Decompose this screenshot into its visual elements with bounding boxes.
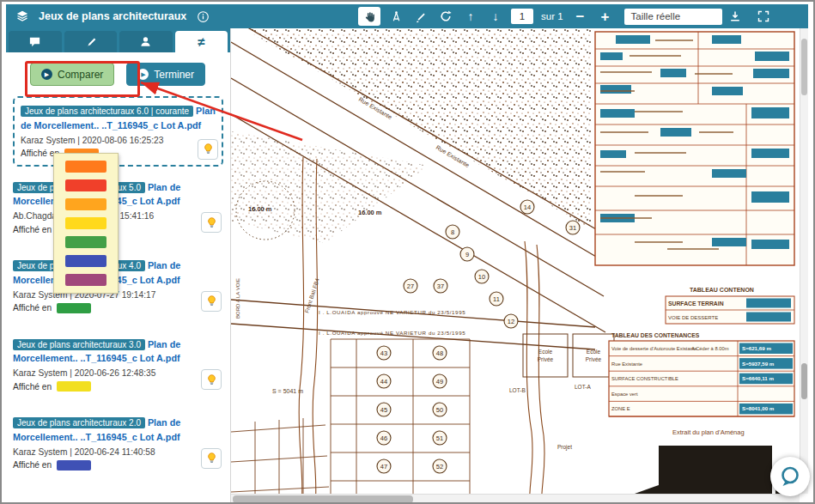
- tab-annotations[interactable]: [64, 31, 118, 52]
- parcel-number: 14: [524, 203, 531, 211]
- layers-icon[interactable]: [13, 7, 32, 26]
- vertical-scrollbar-thumb[interactable]: [801, 363, 807, 399]
- version-badge: Jeux de plans architecturaux 2.0: [13, 417, 145, 428]
- person-icon: [139, 35, 152, 48]
- compare-button[interactable]: ▶ Comparer: [30, 63, 114, 86]
- plan-viewer[interactable]: SURFACE TERRAIN VOIE DE DESSERTE TABLEAU…: [231, 28, 800, 494]
- dimension-label: 16.00 m: [358, 209, 382, 216]
- palette-color-swatch[interactable]: [65, 217, 106, 229]
- lightbulb-icon: [205, 295, 218, 307]
- header-left: Jeux de plans architecturaux: [13, 4, 212, 28]
- horizontal-scrollbar[interactable]: [231, 494, 800, 504]
- plot-label: Ecole: [587, 349, 601, 355]
- version-color-row: Affiché en: [13, 381, 223, 392]
- finish-button[interactable]: ▶ Terminer: [126, 63, 205, 86]
- palette-color-swatch[interactable]: [65, 236, 106, 248]
- pan-tool-button[interactable]: [358, 7, 380, 26]
- fullscreen-icon[interactable]: [754, 7, 773, 26]
- plan-document: SURFACE TERRAIN VOIE DE DESSERTE TABLEAU…: [231, 28, 800, 494]
- contenances-row-label: ZONE E: [611, 406, 630, 411]
- version-meta: Karaz System | 2020-06-24 11:40:58: [13, 447, 223, 457]
- zoom-out-button[interactable]: −: [571, 7, 590, 26]
- palette-color-swatch[interactable]: [65, 161, 106, 173]
- lightbulb-button[interactable]: [201, 212, 222, 233]
- street-label: BORD A LA VOIE: [235, 278, 240, 319]
- play-icon: ▶: [137, 69, 149, 80]
- zoom-in-button[interactable]: +: [596, 7, 615, 26]
- page-number-input[interactable]: 1: [511, 9, 533, 24]
- tab-compare[interactable]: ≠: [175, 31, 228, 52]
- refresh-icon[interactable]: [436, 7, 455, 26]
- tab-participants[interactable]: [119, 31, 173, 52]
- plot-label: Projet: [557, 444, 572, 451]
- parcel-number: 9: [465, 251, 469, 258]
- contenances-table: Voie de desserte d'Autoroute ExistanteA …: [609, 341, 794, 416]
- parcel-number: 46: [380, 434, 387, 442]
- version-color-swatch[interactable]: [57, 381, 91, 392]
- compare-actions: ▶ Comparer ▶ Terminer: [6, 52, 230, 93]
- palette-color-swatch[interactable]: [65, 198, 106, 210]
- table-label: VOIE DE DESSERTE: [668, 315, 718, 320]
- chat-fab-button[interactable]: [770, 457, 810, 496]
- contenances-row-value: S=6640,11 m: [742, 375, 774, 381]
- contenances-row-label: Rue Existante: [611, 361, 642, 367]
- chat-bubble-icon: [777, 464, 803, 489]
- parcel-number: 11: [493, 295, 500, 303]
- parcel-number: 47: [380, 463, 387, 471]
- horizontal-scrollbar-thumb[interactable]: [233, 495, 413, 503]
- parcel-number: 49: [436, 378, 443, 386]
- palette-color-swatch[interactable]: [65, 255, 106, 267]
- play-icon: ▶: [41, 69, 52, 80]
- info-icon[interactable]: [193, 7, 212, 26]
- parcel-number: 45: [380, 406, 387, 414]
- lightbulb-icon: [202, 143, 215, 155]
- pen-tool-button[interactable]: [411, 7, 430, 26]
- vertical-scrollbar-thumb[interactable]: [801, 39, 807, 95]
- lightbulb-button[interactable]: [198, 139, 218, 160]
- version-color-swatch[interactable]: [57, 303, 91, 313]
- palette-color-swatch[interactable]: [65, 179, 106, 191]
- parcel-number: 10: [478, 273, 485, 281]
- page-total-label: sur 1: [541, 11, 563, 21]
- parcel-number: 8: [451, 228, 454, 236]
- contenances-row-value: S=8041,00 m: [742, 405, 775, 411]
- plot-label: Privée: [538, 356, 554, 362]
- surface-terrain-table: SURFACE TERRAIN VOIE DE DESSERTE: [666, 296, 794, 324]
- table-title: TABLEAU DES CONTENANCES: [611, 332, 700, 338]
- version-meta: Karaz System | 2020-08-06 16:25:23: [21, 136, 216, 145]
- version-meta: Karaz System | 2020-06-26 12:48:35: [13, 368, 223, 378]
- parcel-number: 43: [380, 349, 387, 357]
- lightbulb-button[interactable]: [201, 448, 222, 469]
- lightbulb-icon: [205, 373, 218, 386]
- comment-icon: [28, 35, 41, 48]
- header-right: [726, 4, 773, 28]
- sidebar-tabs: ≠: [6, 28, 230, 52]
- road-label: I . L.OUAIDA approuvé NE VARIETUR du 23/…: [319, 309, 465, 315]
- contenances-row-label: SURFACE CONSTRUCTIBLE: [611, 376, 678, 381]
- finish-button-label: Terminer: [154, 69, 194, 81]
- app-header: Jeux de plans architecturaux ↑ ↓ 1 sur 1…: [6, 4, 808, 28]
- next-page-button[interactable]: ↓: [486, 7, 505, 26]
- version-color-swatch[interactable]: [57, 460, 91, 471]
- parcel-number: 51: [436, 434, 443, 442]
- compass-tool-button[interactable]: [386, 7, 405, 26]
- tab-comments[interactable]: [9, 31, 62, 52]
- lightbulb-button[interactable]: [201, 369, 222, 390]
- palette-color-swatch[interactable]: [65, 274, 106, 286]
- displayed-in-label: Affiché en: [13, 460, 52, 470]
- lightbulb-button[interactable]: [201, 291, 222, 312]
- download-icon[interactable]: [726, 7, 745, 26]
- parcel-number: 37: [437, 282, 444, 290]
- contenances-row-label: Voie de desserte d'Autoroute Existante: [611, 346, 697, 351]
- version-badge: Jeux de plans architecturaux 3.0: [13, 339, 145, 350]
- app-title: Jeux de plans architecturaux: [39, 10, 186, 22]
- previous-page-button[interactable]: ↑: [461, 7, 480, 26]
- contenances-row-label: Espace vert: [611, 392, 638, 397]
- version-item[interactable]: Jeux de plans architecturaux 3.0 Plan de…: [13, 337, 223, 392]
- vertical-scrollbar[interactable]: [800, 28, 808, 494]
- color-palette-popup: [53, 153, 119, 294]
- contenances-row-value: S=621,69 m: [742, 345, 771, 351]
- version-item[interactable]: Jeux de plans architecturaux 2.0 Plan de…: [13, 416, 223, 471]
- parcel-number: 44: [380, 378, 387, 386]
- zoom-level-select[interactable]: Taille réelle: [624, 9, 722, 25]
